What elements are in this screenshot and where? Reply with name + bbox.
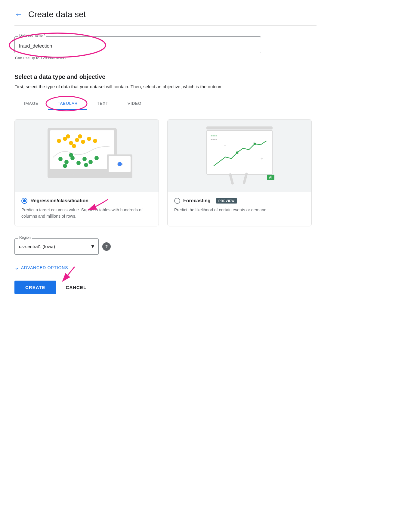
- svg-point-7: [87, 137, 91, 141]
- svg-point-30: [254, 142, 256, 145]
- easel-top-bar: [206, 126, 273, 129]
- help-icon[interactable]: ?: [102, 242, 111, 251]
- tab-image[interactable]: IMAGE: [14, 98, 48, 110]
- region-dropdown-wrapper: Region us-central1 (Iowa) us-east1 (Sout…: [14, 238, 99, 255]
- svg-point-13: [64, 160, 69, 164]
- svg-point-8: [93, 139, 97, 143]
- chevron-down-icon: ⌄: [14, 264, 19, 271]
- action-row: CREATE CANCEL: [14, 281, 317, 294]
- section-title: Select a data type and objective: [14, 73, 317, 80]
- dataset-name-field-wrapper: Data set name *: [14, 36, 261, 53]
- svg-point-17: [88, 160, 93, 164]
- objective-cards: Regression/classification Predict a targ…: [14, 119, 317, 226]
- form-section: Data set name * Can use up to 128 charac…: [14, 36, 317, 294]
- small-monitor-screen: [109, 156, 131, 172]
- tab-video[interactable]: VIDEO: [118, 98, 151, 110]
- dataset-name-hint: Can use up to 128 characters.: [14, 56, 317, 60]
- svg-point-9: [66, 134, 70, 138]
- monitor-pole: [81, 169, 83, 174]
- dataset-name-area: Data set name *: [14, 36, 261, 53]
- svg-point-6: [81, 140, 85, 144]
- preview-badge: PREVIEW: [216, 198, 237, 204]
- region-label: Region: [18, 235, 32, 240]
- radio-inner: [23, 199, 26, 202]
- small-monitor: [107, 154, 132, 178]
- dataset-name-input[interactable]: [14, 36, 261, 53]
- svg-point-19: [63, 164, 67, 168]
- small-base: [115, 175, 125, 176]
- svg-point-10: [72, 144, 76, 148]
- forecast-illustration: + + + +: [197, 124, 282, 187]
- dataset-name-label: Data set name *: [18, 33, 46, 38]
- card-forecasting-body: Forecasting PREVIEW Predict the likeliho…: [168, 192, 311, 220]
- forecasting-desc: Predict the likelihood of certain events…: [174, 207, 305, 213]
- advanced-options-section: ⌄ ADVANCED OPTIONS: [14, 264, 317, 271]
- back-button[interactable]: ←: [14, 10, 23, 19]
- region-section: Region us-central1 (Iowa) us-east1 (Sout…: [14, 238, 317, 255]
- tab-text[interactable]: TEXT: [87, 98, 118, 110]
- region-select[interactable]: us-central1 (Iowa) us-east1 (South Carol…: [14, 238, 99, 255]
- cancel-button[interactable]: CANCEL: [63, 281, 89, 294]
- svg-point-29: [236, 151, 238, 154]
- svg-text:+: +: [224, 143, 226, 148]
- svg-point-16: [82, 157, 87, 161]
- regression-desc: Predict a target column's value. Support…: [21, 207, 152, 219]
- data-type-tabs: IMAGE TABULAR TEXT VIDEO: [14, 98, 317, 110]
- blue-dot: [118, 162, 122, 166]
- advanced-options-toggle[interactable]: ⌄ ADVANCED OPTIONS: [14, 264, 317, 271]
- monitor-screen: [50, 130, 114, 169]
- scatter-plot-svg: [50, 130, 114, 169]
- svg-point-4: [69, 141, 73, 145]
- svg-point-5: [75, 138, 79, 142]
- svg-point-12: [58, 157, 63, 161]
- monitor-frame: [48, 128, 117, 178]
- regression-radio[interactable]: [21, 198, 27, 204]
- card-regression-image: [15, 120, 159, 192]
- card-forecasting[interactable]: + + + +: [167, 119, 312, 226]
- scatter-illustration: [39, 124, 135, 187]
- svg-point-21: [84, 163, 88, 167]
- regression-label: Regression/classification: [30, 198, 88, 204]
- forecasting-radio[interactable]: [174, 198, 180, 204]
- forecasting-label: Forecasting: [183, 198, 211, 204]
- easel-leg-left: [229, 173, 234, 185]
- page-header: ← Create data set: [14, 10, 317, 26]
- svg-point-2: [57, 139, 61, 143]
- svg-point-20: [69, 153, 73, 157]
- card-regression-body: Regression/classification Predict a targ…: [15, 192, 159, 226]
- card-regression[interactable]: Regression/classification Predict a targ…: [14, 119, 159, 226]
- regression-radio-row: Regression/classification: [21, 198, 152, 204]
- svg-point-11: [78, 134, 82, 138]
- page-title: Create data set: [28, 10, 86, 19]
- svg-point-15: [76, 161, 81, 165]
- monitor-base: [73, 174, 91, 176]
- svg-text:+: +: [261, 156, 263, 161]
- section-desc: First, select the type of data that your…: [14, 83, 317, 90]
- tab-tabular[interactable]: TABULAR: [48, 98, 88, 110]
- forecast-svg: + + + +: [207, 131, 272, 174]
- svg-point-18: [94, 156, 99, 160]
- create-button[interactable]: CREATE: [14, 281, 56, 294]
- easel-board: + + + +: [206, 130, 273, 175]
- card-forecasting-image: + + + +: [168, 120, 311, 192]
- ai-badge: AI: [267, 175, 274, 180]
- advanced-options-label: ADVANCED OPTIONS: [21, 265, 68, 270]
- small-pole: [119, 172, 120, 175]
- forecasting-radio-row: Forecasting PREVIEW: [174, 198, 305, 204]
